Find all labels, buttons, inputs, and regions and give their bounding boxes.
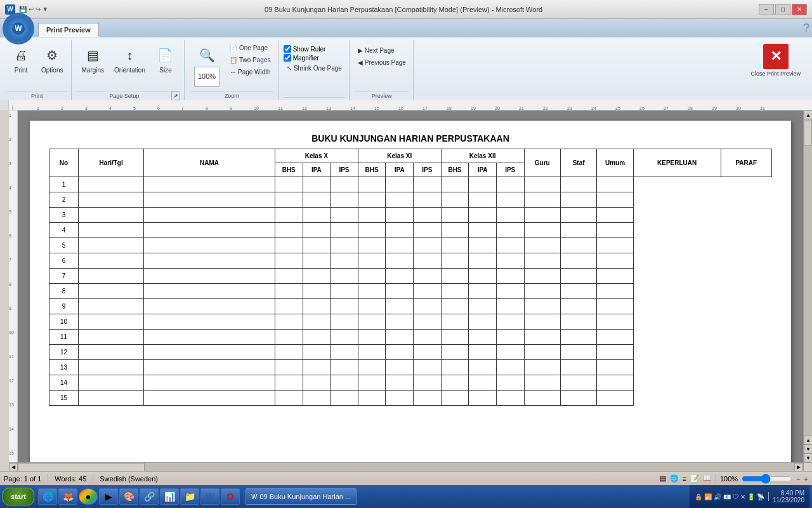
page-width-button[interactable]: ↔ Page Width bbox=[226, 67, 274, 77]
network-icon[interactable]: 🔗 bbox=[140, 488, 159, 505]
scroll-to-top[interactable]: ▲ bbox=[804, 436, 812, 444]
ie-icon[interactable]: 🌐 bbox=[38, 488, 57, 505]
paint-icon[interactable]: 🎨 bbox=[119, 488, 138, 505]
cell-data bbox=[597, 391, 633, 406]
header-staf: Staf bbox=[560, 149, 596, 177]
options-icon: ⚙ bbox=[42, 45, 62, 65]
margins-button[interactable]: ▤ Margins bbox=[77, 43, 108, 77]
cell-data bbox=[441, 375, 469, 391]
cell-data bbox=[144, 360, 275, 375]
media-icon[interactable]: ▶ bbox=[99, 488, 118, 505]
options-button[interactable]: ⚙ Options bbox=[37, 43, 67, 77]
show-ruler-checkbox[interactable]: Show Ruler bbox=[284, 45, 345, 53]
two-pages-button[interactable]: 📋 Two Pages bbox=[226, 55, 274, 65]
window-close-button[interactable]: ✕ bbox=[792, 4, 807, 15]
cell-no: 12 bbox=[49, 345, 79, 360]
status-right: ▤ 🌐 ≡ 📝 📖 100% − + bbox=[660, 474, 808, 484]
v-ruler-ticks: 1 2 3 4 5 6 7 8 9 10 11 12 13 14 bbox=[9, 110, 17, 462]
cell-data bbox=[496, 269, 524, 284]
print-preview-tab[interactable]: Print Preview bbox=[38, 23, 99, 37]
cell-data bbox=[441, 177, 469, 192]
shrink-one-page-button[interactable]: ⤡ Shrink One Page bbox=[284, 63, 345, 74]
cell-data bbox=[78, 330, 143, 345]
cell-data bbox=[524, 238, 560, 253]
help-icon[interactable]: ? bbox=[803, 22, 809, 35]
magnifier-checkbox[interactable]: Magnifier bbox=[284, 54, 345, 62]
table-row: 4 bbox=[49, 223, 772, 238]
orientation-button[interactable]: ↕ Orientation bbox=[110, 43, 150, 77]
cell-data bbox=[78, 299, 143, 314]
cell-data bbox=[331, 253, 358, 269]
cell-data bbox=[597, 330, 633, 345]
cell-data bbox=[78, 269, 143, 284]
scroll-down-button[interactable]: ▼ bbox=[804, 453, 812, 462]
cell-data bbox=[524, 284, 560, 299]
cell-data bbox=[358, 284, 386, 299]
page-setup-expand[interactable]: ↗ bbox=[171, 91, 180, 100]
scroll-left-button[interactable]: ◀ bbox=[9, 463, 18, 472]
cell-data bbox=[441, 208, 469, 223]
cell-data bbox=[144, 284, 275, 299]
close-print-preview-button[interactable]: ✕ Close Print Preview bbox=[745, 41, 806, 80]
maximize-button[interactable]: □ bbox=[775, 4, 790, 15]
cell-data bbox=[414, 269, 442, 284]
zoom-slider[interactable] bbox=[742, 474, 792, 484]
cell-data bbox=[275, 284, 303, 299]
zoom-in[interactable]: + bbox=[804, 475, 808, 483]
header-umum: Umum bbox=[597, 149, 633, 177]
excel-icon[interactable]: 📊 bbox=[160, 488, 179, 505]
cell-data bbox=[78, 253, 143, 269]
view-outline[interactable]: ≡ bbox=[683, 475, 686, 483]
files-icon[interactable]: 📁 bbox=[180, 488, 199, 505]
cell-data bbox=[597, 223, 633, 238]
table-row: 13 bbox=[49, 360, 772, 375]
one-page-button[interactable]: 📄 One Page bbox=[226, 43, 274, 53]
office-button[interactable]: W bbox=[3, 13, 34, 44]
cell-data bbox=[414, 223, 442, 238]
opera-icon[interactable]: O bbox=[221, 488, 240, 505]
cell-data bbox=[441, 360, 469, 375]
scroll-right-button[interactable]: ▶ bbox=[794, 463, 803, 472]
size-button[interactable]: 📄 Size bbox=[151, 43, 180, 77]
title-bar: W 💾 ↩ ↪ ▼ 09 Buku Kunjungan Harian Perpu… bbox=[0, 0, 812, 19]
page-scroll-area[interactable]: BUKU KUNJUNGAN HARIAN PERPUSTAKAAN No Ha… bbox=[18, 110, 803, 462]
margins-icon: ▤ bbox=[82, 45, 103, 65]
cell-data bbox=[78, 360, 143, 375]
cell-data bbox=[275, 223, 303, 238]
word-active-icon: W bbox=[251, 493, 257, 500]
h-scroll-thumb[interactable] bbox=[18, 463, 145, 472]
next-page-button[interactable]: ▶ Next Page bbox=[355, 45, 409, 56]
vertical-scrollbar[interactable]: ▲ ▲ ▼ ▼ bbox=[803, 110, 812, 462]
ribbon: 🖨 Print ⚙ Options Print ▤ Margins ↕ Ori bbox=[0, 37, 812, 100]
zoom-out[interactable]: − bbox=[796, 475, 800, 483]
taskbar-sep bbox=[244, 489, 244, 504]
scroll-up-button[interactable]: ▲ bbox=[804, 110, 812, 119]
cell-data bbox=[303, 269, 331, 284]
view-normal[interactable]: ▤ bbox=[660, 474, 666, 483]
cell-data bbox=[469, 177, 497, 192]
view-reading[interactable]: 📖 bbox=[703, 474, 712, 483]
zoom-button[interactable]: 🔍 100% bbox=[190, 43, 225, 90]
cell-data bbox=[496, 330, 524, 345]
previous-page-button[interactable]: ◀ Previous Page bbox=[355, 57, 409, 68]
cell-data bbox=[358, 253, 386, 269]
view-draft[interactable]: 📝 bbox=[690, 474, 699, 483]
cell-data bbox=[144, 299, 275, 314]
cell-data bbox=[496, 314, 524, 330]
office-button-inner: W bbox=[6, 16, 31, 41]
print-group: 🖨 Print ⚙ Options Print bbox=[3, 40, 72, 100]
start-button[interactable]: start bbox=[3, 488, 34, 505]
print-button[interactable]: 🖨 Print bbox=[6, 43, 36, 77]
cell-data bbox=[358, 269, 386, 284]
minimize-button[interactable]: − bbox=[759, 4, 774, 15]
scroll-to-bottom[interactable]: ▼ bbox=[804, 444, 812, 453]
word-taskbar-icon[interactable]: W bbox=[200, 488, 219, 505]
scroll-thumb-v[interactable] bbox=[804, 121, 812, 146]
horizontal-scrollbar[interactable]: ◀ ▶ bbox=[9, 462, 803, 471]
view-web[interactable]: 🌐 bbox=[670, 474, 679, 483]
zoom-value: 100% bbox=[194, 67, 219, 87]
firefox-icon[interactable]: 🦊 bbox=[58, 488, 77, 505]
date: 11/23/2020 bbox=[773, 497, 804, 504]
chrome-icon[interactable]: ● bbox=[79, 488, 98, 505]
active-window-button[interactable]: W 09 Buku Kunjungan Harian ... bbox=[246, 488, 357, 505]
